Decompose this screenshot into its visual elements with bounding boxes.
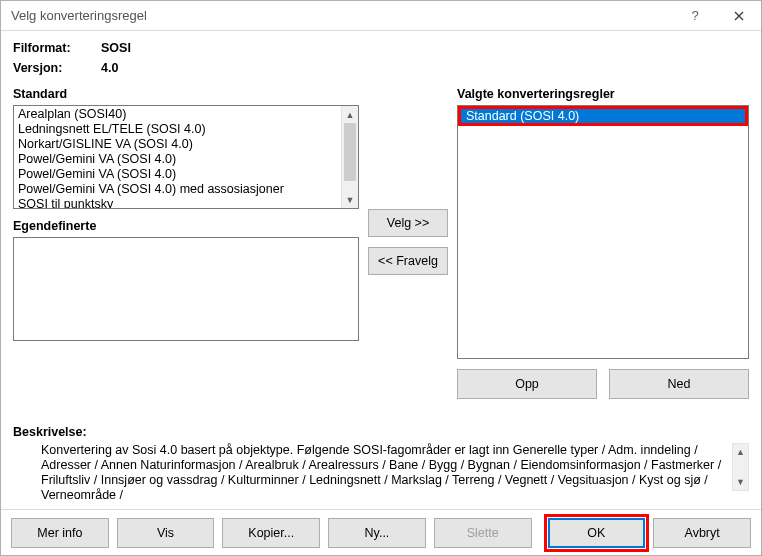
chevron-down-icon[interactable]: ▼ [342, 191, 358, 208]
help-icon[interactable]: ? [673, 1, 717, 31]
close-icon[interactable] [717, 1, 761, 31]
standard-label: Standard [13, 87, 359, 101]
scrollbar[interactable]: ▲ ▼ [732, 443, 749, 491]
egendef-listbox[interactable] [13, 237, 359, 341]
egendef-label: Egendefinerte [13, 219, 359, 233]
chevron-down-icon[interactable]: ▼ [733, 474, 748, 490]
velg-button[interactable]: Velg >> [368, 209, 448, 237]
ny-button[interactable]: Ny... [328, 518, 426, 548]
list-item[interactable]: Arealplan (SOSI40) [16, 107, 339, 122]
list-item[interactable]: Ledningsnett EL/TELE (SOSI 4.0) [16, 122, 339, 137]
versjon-value: 4.0 [101, 61, 118, 75]
avbryt-button[interactable]: Avbryt [653, 518, 751, 548]
filformat-label: Filformat: [13, 41, 89, 55]
titlebar: Velg konverteringsregel ? [1, 1, 761, 31]
merinfo-button[interactable]: Mer info [11, 518, 109, 548]
scrollbar[interactable]: ▲ ▼ [341, 106, 358, 208]
kopier-button[interactable]: Kopier... [222, 518, 320, 548]
versjon-label: Versjon: [13, 61, 89, 75]
list-item[interactable]: Norkart/GISLINE VA (SOSI 4.0) [16, 137, 339, 152]
beskrivelse-label: Beskrivelse: [13, 425, 749, 439]
scroll-thumb[interactable] [344, 123, 356, 181]
ned-button[interactable]: Ned [609, 369, 749, 399]
list-item[interactable]: SOSI til punktsky [16, 197, 339, 208]
fravelg-button[interactable]: << Fravelg [368, 247, 448, 275]
slette-button: Slette [434, 518, 532, 548]
footer: Mer info Vis Kopier... Ny... Slette OK A… [1, 509, 761, 555]
list-item-selected[interactable]: Standard (SOSI 4.0) [460, 108, 746, 124]
beskrivelse-text: Konvertering av Sosi 4.0 basert på objek… [41, 443, 732, 503]
valgte-listbox[interactable]: Standard (SOSI 4.0) [457, 105, 749, 359]
chevron-up-icon[interactable]: ▲ [342, 106, 358, 123]
ok-button[interactable]: OK [548, 518, 646, 548]
list-item[interactable]: Powel/Gemini VA (SOSI 4.0) med assosiasj… [16, 182, 339, 197]
list-item[interactable]: Powel/Gemini VA (SOSI 4.0) [16, 167, 339, 182]
standard-listbox[interactable]: Arealplan (SOSI40) Ledningsnett EL/TELE … [13, 105, 359, 209]
valgte-label: Valgte konverteringsregler [457, 87, 749, 101]
list-item[interactable]: Powel/Gemini VA (SOSI 4.0) [16, 152, 339, 167]
vis-button[interactable]: Vis [117, 518, 215, 548]
filformat-value: SOSI [101, 41, 131, 55]
opp-button[interactable]: Opp [457, 369, 597, 399]
chevron-up-icon[interactable]: ▲ [733, 444, 748, 460]
window-title: Velg konverteringsregel [11, 8, 147, 23]
